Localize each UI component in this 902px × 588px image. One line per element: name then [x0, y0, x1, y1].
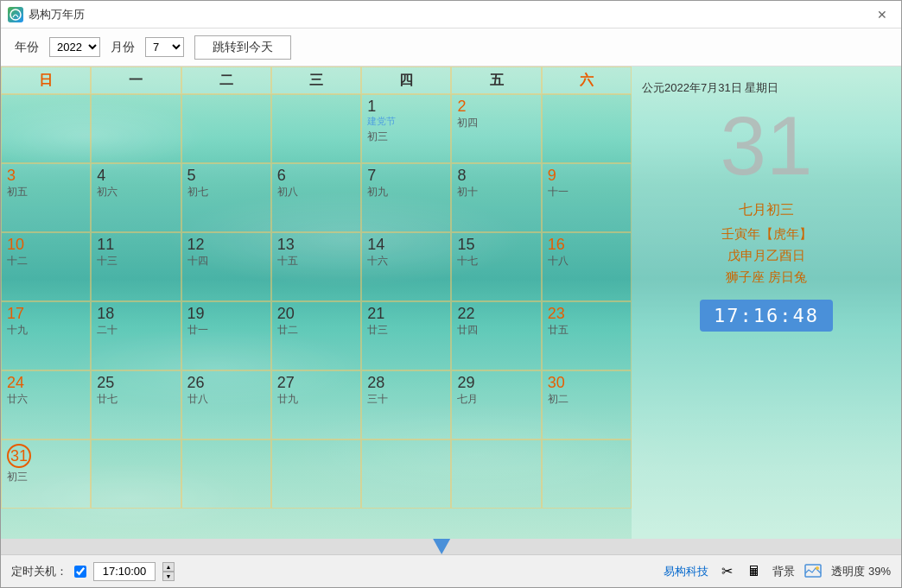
day-number: 5 [187, 168, 265, 183]
main-content: 日 一 二 三 四 五 六 1建党节初三2初四3初五4初六5初七6初八7初九8初… [1, 66, 901, 539]
calendar-cell[interactable]: 27廿九 [271, 370, 361, 439]
day-number: 27 [277, 375, 355, 390]
calendar-cell[interactable]: 21廿三 [361, 301, 451, 370]
timer-time-input[interactable] [93, 562, 156, 581]
day-number: 7 [367, 168, 445, 183]
lunar-date: 廿九 [277, 392, 355, 407]
calendar-cell[interactable]: 30初二 [542, 370, 632, 439]
toolbar: 年份 2022 2021 2023 月份 7 1 2 3 4 5 6 8 9 1… [1, 28, 901, 66]
calendar-cell[interactable]: 5初七 [181, 163, 271, 232]
calendar-cell[interactable]: 11十三 [91, 232, 181, 301]
weekday-tue: 二 [181, 66, 271, 94]
lunar-date: 十七 [457, 254, 535, 269]
info-big-day: 31 [721, 104, 813, 187]
calendar-cell[interactable]: 13十五 [271, 232, 361, 301]
calendar-cell[interactable]: 19廿一 [181, 301, 271, 370]
yigou-link[interactable]: 易构科技 [664, 564, 708, 579]
lunar-date: 初十 [457, 185, 535, 199]
spinner-up[interactable]: ▲ [162, 562, 175, 572]
calendar-cell[interactable]: 24廿六 [1, 370, 91, 439]
calendar-cell[interactable]: 8初十 [451, 163, 541, 232]
lunar-date: 廿五 [548, 323, 626, 338]
scrollbar-area[interactable] [1, 539, 901, 554]
lunar-date: 廿三 [367, 323, 445, 338]
calendar-cell[interactable]: 22廿四 [451, 301, 541, 370]
calendar-cell[interactable]: 17十九 [1, 301, 91, 370]
calendar-cell[interactable]: 26廿八 [181, 370, 271, 439]
calendar-cell[interactable]: 6初八 [271, 163, 361, 232]
day-number: 17 [7, 306, 85, 321]
calendar-cell[interactable]: 15十七 [451, 232, 541, 301]
day-number: 12 [187, 237, 265, 252]
weekday-thu: 四 [361, 66, 451, 94]
day-number: 10 [7, 237, 85, 252]
titlebar: 易构万年历 ✕ [1, 1, 901, 28]
day-number: 30 [548, 375, 626, 390]
calendar-cell[interactable]: 12十四 [181, 232, 271, 301]
titlebar-controls: ✕ [870, 5, 894, 24]
calendar-cell [542, 94, 632, 163]
scrollbar-thumb[interactable] [433, 539, 450, 554]
lunar-date: 十二 [7, 254, 85, 269]
year-select[interactable]: 2022 2021 2023 [49, 37, 100, 57]
calendar-cell[interactable]: 2初四 [451, 94, 541, 163]
info-year-line: 壬寅年【虎年】 [721, 226, 812, 243]
calendar-cell[interactable]: 31初三 [1, 439, 91, 509]
bg-icon[interactable] [804, 562, 823, 581]
calendar-cell[interactable]: 28三十 [361, 370, 451, 439]
calendar-cell [91, 94, 181, 163]
calendar-cell[interactable]: 7初九 [361, 163, 451, 232]
calendar-cell [271, 94, 361, 163]
calendar-cell[interactable]: 20廿二 [271, 301, 361, 370]
day-number: 29 [457, 375, 535, 390]
day-number: 11 [97, 237, 175, 252]
calendar-cell[interactable]: 10十二 [1, 232, 91, 301]
calendar-cell [542, 439, 632, 509]
calendar-area: 日 一 二 三 四 五 六 1建党节初三2初四3初五4初六5初七6初八7初九8初… [1, 66, 632, 539]
lunar-date: 十一 [548, 185, 626, 199]
weekday-mon: 一 [91, 66, 181, 94]
weekday-wed: 三 [271, 66, 361, 94]
calendar-cell[interactable]: 3初五 [1, 163, 91, 232]
calendar-cell[interactable]: 14十六 [361, 232, 451, 301]
calendar-cell[interactable]: 1建党节初三 [361, 94, 451, 163]
year-label: 年份 [15, 40, 39, 55]
calendar-cell [181, 439, 271, 509]
lunar-date: 初六 [97, 185, 175, 199]
day-number: 18 [97, 306, 175, 321]
weekday-fri: 五 [451, 66, 541, 94]
day-number: 28 [367, 375, 445, 390]
spinner-down[interactable]: ▼ [162, 572, 175, 581]
calendar-header: 日 一 二 三 四 五 六 [1, 66, 632, 94]
day-number: 9 [548, 168, 626, 183]
calendar-cell [91, 439, 181, 509]
timer-spinner: ▲ ▼ [162, 562, 175, 581]
timer-label: 定时关机： [11, 564, 67, 579]
calendar-cell[interactable]: 16十八 [542, 232, 632, 301]
day-number: 19 [187, 306, 265, 321]
calendar-cell[interactable]: 29七月 [451, 370, 541, 439]
calculator-icon[interactable]: 🖩 [745, 562, 764, 581]
lunar-date: 初四 [457, 116, 535, 130]
calendar-cell[interactable]: 25廿七 [91, 370, 181, 439]
day-number: 24 [7, 375, 85, 390]
close-button[interactable]: ✕ [870, 5, 894, 24]
day-number: 25 [97, 375, 175, 390]
timer-checkbox[interactable] [74, 566, 86, 578]
calendar-cell [1, 94, 91, 163]
calendar-cell[interactable]: 18二十 [91, 301, 181, 370]
calendar-cell[interactable]: 4初六 [91, 163, 181, 232]
month-select[interactable]: 7 1 2 3 4 5 6 8 9 10 11 12 [145, 37, 184, 57]
calendar-cell[interactable]: 9十一 [542, 163, 632, 232]
scissors-icon[interactable]: ✂ [717, 562, 736, 581]
info-lunar-line: 七月初三 [739, 201, 794, 219]
lunar-date: 初七 [187, 185, 265, 199]
calendar-cell [451, 439, 541, 509]
jump-today-button[interactable]: 跳转到今天 [194, 35, 291, 60]
statusbar-right: 易构科技 ✂ 🖩 背景 透明度 39% [664, 562, 891, 581]
lunar-date: 初五 [7, 185, 85, 199]
day-number: 3 [7, 168, 85, 183]
lunar-date: 廿七 [97, 392, 175, 407]
calendar-cell[interactable]: 23廿五 [542, 301, 632, 370]
day-number: 31 [7, 444, 31, 468]
